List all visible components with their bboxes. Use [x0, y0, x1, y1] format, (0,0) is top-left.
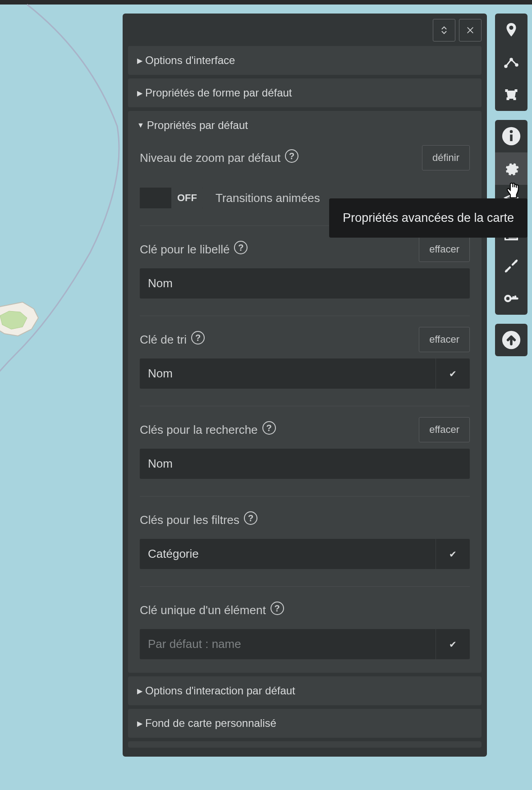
svg-point-10: [510, 130, 513, 133]
map-island: [0, 293, 50, 347]
divider: [140, 316, 470, 316]
draw-line-button[interactable]: [495, 46, 527, 78]
accordion-shape-defaults[interactable]: ▶ Propriétés de forme par défaut: [128, 78, 482, 107]
accordion-interface-options[interactable]: ▶ Options d'interface: [128, 46, 482, 75]
info-button[interactable]: [495, 120, 527, 152]
draw-tools-group: [495, 14, 527, 111]
divider: [140, 496, 470, 496]
define-zoom-button[interactable]: définir: [422, 145, 470, 170]
accordion-label: Propriétés de forme par défaut: [145, 87, 292, 99]
svg-rect-4: [505, 89, 508, 92]
svg-point-2: [509, 58, 513, 61]
settings-panel: ▶ Options d'interface ▶ Propriétés de fo…: [123, 14, 487, 757]
polygon-icon: [503, 87, 519, 103]
tooltip-advanced-properties: Propriétés avancées de la carte: [329, 198, 527, 238]
confirm-unique-key-button[interactable]: ✔: [436, 629, 470, 659]
help-icon[interactable]: ?: [191, 331, 205, 344]
row-sort-key: Clé de tri ? effacer ✔: [140, 327, 470, 389]
draw-polygon-button[interactable]: [495, 78, 527, 111]
accordion-label: Propriétés par défaut: [147, 119, 248, 132]
toggle-on-empty: [140, 188, 171, 208]
label-key-label: Clé pour le libellé: [140, 243, 229, 257]
help-icon[interactable]: ?: [285, 149, 298, 163]
close-icon: [466, 26, 475, 35]
permissions-button[interactable]: [495, 282, 527, 315]
help-icon[interactable]: ?: [234, 241, 248, 254]
search-keys-input[interactable]: [140, 449, 470, 479]
info-icon: [501, 126, 521, 146]
settings-button[interactable]: [495, 152, 527, 185]
help-icon[interactable]: ?: [271, 602, 284, 615]
clear-sort-key-button[interactable]: effacer: [419, 327, 470, 352]
line-icon: [503, 54, 519, 70]
center-icon: [503, 258, 519, 274]
accordion-interaction-defaults[interactable]: ▶ Options d'interaction par défaut: [128, 676, 482, 705]
row-search-keys: Clés pour la recherche ? effacer: [140, 417, 470, 479]
label-key-input[interactable]: [140, 268, 470, 299]
svg-rect-7: [514, 97, 516, 100]
svg-point-0: [509, 26, 514, 30]
transitions-label: Transitions animées: [216, 191, 320, 205]
svg-point-1: [504, 64, 508, 68]
confirm-filter-keys-button[interactable]: ✔: [436, 539, 470, 569]
unique-key-input[interactable]: [140, 629, 436, 659]
gear-icon: [503, 161, 519, 177]
caret-right-icon: ▶: [137, 89, 142, 97]
transitions-toggle[interactable]: OFF: [140, 188, 203, 208]
divider: [140, 586, 470, 587]
right-toolbar: [495, 14, 527, 356]
filter-keys-input[interactable]: [140, 539, 436, 569]
upload-button[interactable]: [495, 324, 527, 356]
upload-icon: [501, 330, 521, 350]
accordion-label: Options d'interface: [145, 54, 235, 67]
upload-group: [495, 324, 527, 356]
toggle-off-label: OFF: [171, 188, 203, 208]
divider: [140, 406, 470, 406]
svg-rect-6: [507, 97, 509, 100]
zoom-label: Niveau de zoom par défaut: [140, 151, 280, 165]
sort-key-label: Clé de tri: [140, 333, 187, 347]
center-button[interactable]: [495, 250, 527, 282]
caret-right-icon: ▶: [137, 719, 142, 728]
accordion-default-properties: ▼ Propriétés par défaut Niveau de zoom p…: [128, 111, 482, 673]
confirm-sort-key-button[interactable]: ✔: [436, 358, 470, 389]
filter-keys-label: Clés pour les filtres: [140, 513, 239, 527]
sort-key-input[interactable]: [140, 358, 436, 389]
caret-down-icon: ▼: [137, 121, 144, 129]
expand-collapse-button[interactable]: [433, 19, 455, 41]
close-button[interactable]: [459, 19, 482, 41]
search-keys-label: Clés pour la recherche: [140, 423, 258, 437]
svg-point-3: [515, 63, 518, 67]
row-default-zoom: Niveau de zoom par défaut ? définir: [140, 145, 470, 170]
clear-label-key-button[interactable]: effacer: [419, 237, 470, 262]
svg-rect-9: [510, 134, 513, 141]
clear-search-keys-button[interactable]: effacer: [419, 417, 470, 442]
accordion-label: Options d'interaction par défaut: [145, 684, 295, 697]
row-filter-keys: Clés pour les filtres ? ✔: [140, 507, 470, 569]
accordion-custom-basemap[interactable]: ▶ Fond de carte personnalisé: [128, 709, 482, 738]
row-label-key: Clé pour le libellé ? effacer: [140, 237, 470, 299]
accordion-default-properties-header[interactable]: ▼ Propriétés par défaut: [137, 119, 472, 132]
accordion-label: Fond de carte personnalisé: [145, 717, 276, 730]
panel-header: [128, 19, 482, 46]
caret-right-icon: ▶: [137, 56, 142, 65]
marker-icon: [503, 22, 519, 38]
row-unique-key: Clé unique d'un élément ? ✔: [140, 597, 470, 659]
unique-key-label: Clé unique d'un élément: [140, 603, 266, 617]
expand-collapse-icon: [439, 25, 449, 35]
help-icon[interactable]: ?: [262, 421, 276, 435]
accordion-next-hidden[interactable]: [128, 741, 482, 748]
draw-marker-button[interactable]: [495, 14, 527, 46]
help-icon[interactable]: ?: [244, 511, 257, 525]
caret-right-icon: ▶: [137, 687, 142, 695]
svg-rect-5: [515, 89, 518, 92]
key-icon: [503, 290, 519, 307]
